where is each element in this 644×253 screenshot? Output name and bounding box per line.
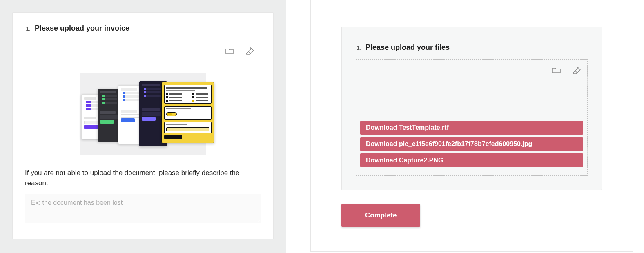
folder-open-icon[interactable] — [225, 46, 234, 55]
question-text: Please upload your invoice — [35, 24, 129, 33]
question-row: 1. Please upload your files — [356, 43, 588, 52]
eraser-icon[interactable] — [245, 46, 255, 55]
uploaded-file-list: Download TestTemplate.rtf Download pic_e… — [360, 121, 583, 169]
question-row: 1. Please upload your invoice — [25, 24, 261, 33]
survey-themes-preview-image — [80, 73, 206, 155]
upload-files-card: 1. Please upload your files Download Tes… — [341, 27, 602, 190]
fallback-instruction: If you are not able to upload the docume… — [25, 168, 261, 188]
eraser-icon[interactable] — [572, 65, 582, 74]
upload-dropzone[interactable] — [25, 40, 261, 159]
upload-invoice-card: 1. Please upload your invoice — [12, 12, 274, 239]
question-number: 1. — [25, 25, 31, 32]
dropzone-toolbar — [551, 65, 582, 74]
left-example: 1. Please upload your invoice — [0, 0, 286, 253]
uploaded-preview — [29, 73, 256, 155]
dropzone-toolbar — [225, 46, 255, 55]
download-file-button[interactable]: Download Capture2.PNG — [360, 153, 583, 167]
folder-open-icon[interactable] — [551, 65, 561, 74]
upload-dropzone[interactable]: Download TestTemplate.rtf Download pic_e… — [356, 59, 588, 176]
question-number: 1. — [356, 44, 361, 51]
left-frame: 1. Please upload your invoice — [0, 0, 286, 253]
question-text: Please upload your files — [365, 43, 450, 52]
fallback-reason-input[interactable] — [25, 194, 261, 223]
right-panel: 1. Please upload your files Download Tes… — [310, 0, 633, 252]
download-file-button[interactable]: Download TestTemplate.rtf — [360, 121, 583, 135]
download-file-button[interactable]: Download pic_e1f5e6f901fe2fb17f78b7cfed6… — [360, 137, 583, 151]
complete-button[interactable]: Complete — [341, 204, 420, 227]
right-example: 1. Please upload your files Download Tes… — [310, 0, 633, 253]
